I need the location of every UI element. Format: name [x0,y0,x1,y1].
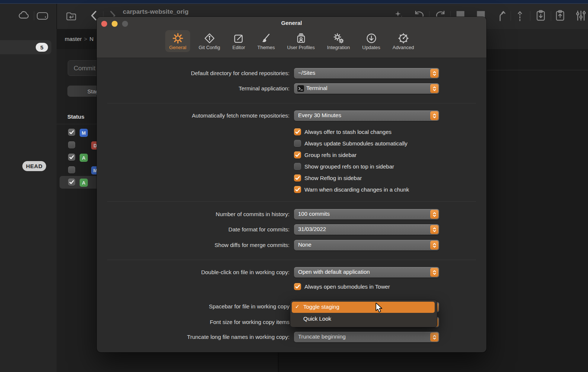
push-dashed-icon[interactable] [515,10,525,22]
checkbox-label: Always offer to stash local changes [304,128,392,135]
contact-card-icon [295,33,307,44]
truncate-label: Truncate long file names in working copy… [145,334,290,340]
update-submodules-checkbox[interactable] [294,140,301,147]
dialog-title: General [97,20,486,26]
popup-stepper-icon [430,268,438,277]
breadcrumb-separator: > [82,36,90,42]
tab-general[interactable]: General [165,30,190,52]
popup-stepper-icon [430,69,438,78]
toolbar-divider [551,11,551,21]
date-format-popup[interactable]: 31/03/2022 [294,224,439,235]
file-checkbox[interactable] [68,166,75,173]
popup-value: 100 commits [298,211,330,217]
double-click-popup[interactable]: Open with default application [294,267,439,278]
show-reflog-checkbox[interactable] [294,174,301,182]
editor-pencil-icon [233,33,244,44]
popup-value: Terminal [306,85,327,91]
section-divider [107,260,476,260]
download-circle-icon [366,33,377,44]
cloud-icon[interactable] [17,10,31,20]
default-directory-popup[interactable]: ~/Sites [294,68,439,78]
tab-label: Editor [233,45,245,50]
font-size-label: Font size for working copy items [145,319,290,326]
preferences-tab-bar: General Git Config Editor [97,30,486,52]
merge-branch-icon[interactable] [497,10,508,22]
macos-menubar [0,0,588,4]
popup-stepper-icon [430,241,438,250]
tab-integration[interactable]: Integration [323,30,354,52]
stash-pop-icon[interactable] [555,10,566,22]
checkbox-label: Always update Submodules automatically [304,140,408,147]
grouped-refs-top-checkbox[interactable] [294,163,301,170]
drive-icon[interactable] [36,11,49,20]
popup-stepper-icon [430,333,438,341]
file-checkbox[interactable] [68,129,75,136]
merge-diffs-label: Show diffs for merge commits: [145,242,290,248]
menu-item-quick-look[interactable]: Quick Look [292,314,435,325]
popup-value: Open with default application [298,269,370,275]
file-checkbox[interactable] [68,179,75,186]
sidebar-count-badge: 5 [36,43,48,52]
preferences-dialog: General General Git Confi [97,17,486,352]
tab-editor[interactable]: Editor [229,30,249,52]
terminal-application-popup[interactable]: Terminal [294,83,439,94]
tab-label: Themes [257,45,275,50]
warn-discard-chunk-checkbox[interactable] [294,186,301,193]
menu-item-label: Quick Look [303,315,331,322]
popup-stepper-icon [430,210,438,219]
spacebar-dropdown-menu: ✓ Toggle staging Quick Look [290,300,437,327]
open-working-copy-icon[interactable] [65,10,77,21]
head-branch-pill: HEAD [22,161,46,171]
checkbox-label: Group refs in sidebar [304,151,357,158]
tab-updates[interactable]: Updates [358,30,384,52]
advanced-gear-icon [398,33,409,44]
sidebar-icon-divider [34,11,34,20]
checkbox-label: Warn when discarding changes in a chunk [304,186,409,193]
tab-label: Advanced [393,45,414,50]
checkmark-icon: ✓ [295,304,300,310]
checkbox-label: Always open submodules in Tower [304,283,390,290]
commits-history-popup[interactable]: 100 commits [294,209,439,219]
popup-value: 31/03/2022 [298,226,326,232]
breadcrumb[interactable]: master>N [65,36,93,42]
status-column-header: Status [67,113,84,120]
file-checkbox[interactable] [68,154,75,161]
open-submodules-checkbox[interactable] [294,283,301,290]
screen: 5 HEAD carparts-website_orig [0,0,588,372]
status-badge: A [80,179,88,187]
paint-brush-icon [261,33,272,44]
date-format-label: Date format for commits: [145,226,290,233]
terminal-icon [297,85,304,92]
tab-git-config[interactable]: Git Config [195,30,224,52]
popup-value: Every 30 Minutes [298,112,341,118]
tab-advanced[interactable]: Advanced [389,30,418,52]
status-badge: M [80,129,88,137]
checkbox-label: Show grouped refs on top in sidebar [304,163,394,170]
toolbar-divider [511,11,511,21]
tab-user-profiles[interactable]: User Profiles [283,30,318,52]
status-badge: A [80,154,88,162]
tab-label: User Profiles [287,45,314,50]
tab-label: Updates [362,45,380,50]
menu-item-label: Toggle staging [303,304,339,310]
sliders-icon[interactable] [575,10,587,22]
double-click-label: Double-click on file in working copy: [145,269,290,276]
stash-save-icon[interactable] [535,10,546,22]
tab-label: Integration [327,45,350,50]
tab-label: General [169,45,186,50]
tab-themes[interactable]: Themes [253,30,278,52]
truncate-popup[interactable]: Truncate beginning [294,332,439,342]
double-gear-icon [333,33,344,44]
breadcrumb-branch[interactable]: master [65,36,82,42]
stash-local-changes-checkbox[interactable] [294,128,301,135]
merge-diffs-popup[interactable]: None [294,240,439,250]
menu-item-toggle-staging[interactable]: ✓ Toggle staging [292,302,435,313]
popup-value: Truncate beginning [298,333,346,340]
default-directory-label: Default directory for cloned repositorie… [145,70,290,77]
auto-fetch-popup[interactable]: Every 30 Minutes [294,110,439,121]
popup-stepper-icon [430,111,438,120]
popup-stepper-icon [430,84,438,93]
file-checkbox[interactable] [68,141,75,148]
group-refs-checkbox[interactable] [294,151,301,158]
auto-fetch-label: Automatically fetch remote repositories: [145,112,290,119]
